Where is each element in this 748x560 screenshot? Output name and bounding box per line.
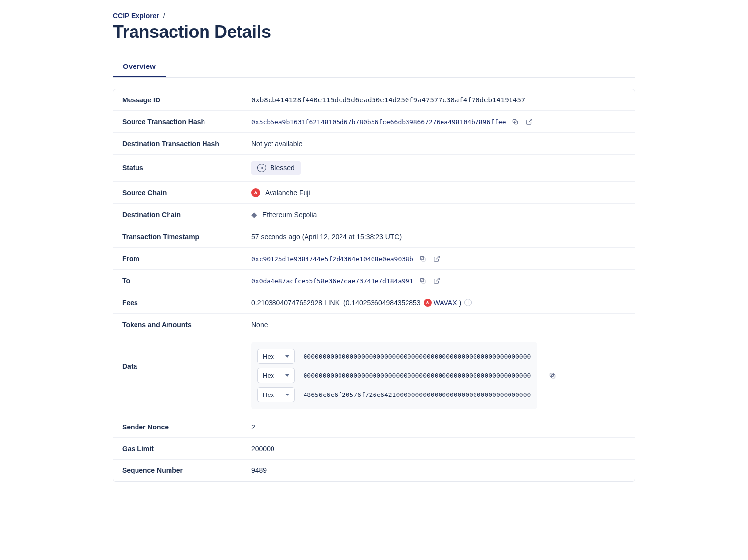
label-source-chain: Source Chain xyxy=(122,189,251,197)
info-icon[interactable]: i xyxy=(464,299,472,306)
copy-icon[interactable] xyxy=(511,117,520,126)
data-format-select[interactable]: Hex xyxy=(257,349,295,364)
data-line-2: Hex 48656c6c6f20576f726c6421000000000000… xyxy=(257,385,531,404)
value-tokens: None xyxy=(251,321,626,329)
copy-icon[interactable] xyxy=(418,276,427,285)
svg-line-5 xyxy=(436,256,439,259)
row-source-chain: Source Chain Avalanche Fuji xyxy=(113,182,635,204)
breadcrumb-root-link[interactable]: CCIP Explorer xyxy=(113,12,159,20)
dest-chain-name: Ethereum Sepolia xyxy=(262,211,317,219)
data-panel: Hex 000000000000000000000000000000000000… xyxy=(251,342,537,409)
row-tokens: Tokens and Amounts None xyxy=(113,314,635,335)
value-message-id: 0xb8cb414128f440e115dcd5d6ead50e14d250f9… xyxy=(251,96,626,104)
value-gas-limit: 200000 xyxy=(251,445,626,453)
row-dest-chain: Destination Chain ◆ Ethereum Sepolia xyxy=(113,204,635,226)
from-address-link[interactable]: 0xc90125d1e9384744e5f2d4364e10408e0ea903… xyxy=(251,255,413,263)
row-message-id: Message ID 0xb8cb414128f440e115dcd5d6ead… xyxy=(113,89,635,111)
breadcrumb-separator: / xyxy=(163,12,165,20)
ethereum-icon: ◆ xyxy=(251,210,257,219)
copy-icon[interactable] xyxy=(418,254,427,263)
data-line-1: Hex 000000000000000000000000000000000000… xyxy=(257,366,531,385)
source-chain-name: Avalanche Fuji xyxy=(265,189,310,197)
row-fees: Fees 0.21038040747652928 LINK (0.1402536… xyxy=(113,292,635,314)
chevron-down-icon xyxy=(285,394,289,396)
row-seq-no: Sequence Number 9489 xyxy=(113,460,635,481)
transaction-details-card: Message ID 0xb8cb414128f440e115dcd5d6ead… xyxy=(113,89,635,482)
label-fees: Fees xyxy=(122,299,251,307)
label-timestamp: Transaction Timestamp xyxy=(122,233,251,241)
value-sender-nonce: 2 xyxy=(251,423,626,431)
page-title: Transaction Details xyxy=(113,22,635,42)
svg-line-2 xyxy=(528,119,531,122)
row-source-tx: Source Transaction Hash 0x5cb5ea9b1631f6… xyxy=(113,111,635,133)
row-status: Status ılı Blessed xyxy=(113,155,635,182)
svg-line-8 xyxy=(436,278,439,281)
data-format-select[interactable]: Hex xyxy=(257,368,295,383)
label-data: Data xyxy=(122,342,251,370)
row-data: Data Hex 0000000000000000000000000000000… xyxy=(113,335,635,416)
fees-alt-prefix: (0.140253604984352853 xyxy=(343,299,421,307)
avalanche-icon xyxy=(251,188,260,197)
status-badge: ılı Blessed xyxy=(251,161,301,175)
tabs: Overview xyxy=(113,56,635,78)
external-link-icon[interactable] xyxy=(432,254,441,263)
tab-overview[interactable]: Overview xyxy=(113,56,166,77)
label-gas-limit: Gas Limit xyxy=(122,445,251,453)
label-source-tx: Source Transaction Hash xyxy=(122,118,251,126)
label-status: Status xyxy=(122,164,251,172)
wavax-token-link[interactable]: WAVAX xyxy=(434,299,457,307)
source-tx-hash-link[interactable]: 0x5cb5ea9b1631f62148105d67b780b56fce66db… xyxy=(251,118,506,126)
to-address-link[interactable]: 0x0da4e87acfce55f58e36e7cae73741e7d184a9… xyxy=(251,277,413,285)
label-seq-no: Sequence Number xyxy=(122,466,251,474)
label-to: To xyxy=(122,277,251,285)
data-hex-0: 0000000000000000000000000000000000000000… xyxy=(304,353,531,360)
label-sender-nonce: Sender Nonce xyxy=(122,423,251,431)
label-from: From xyxy=(122,255,251,263)
external-link-icon[interactable] xyxy=(525,117,534,126)
row-from: From 0xc90125d1e9384744e5f2d4364e10408e0… xyxy=(113,248,635,270)
row-to: To 0x0da4e87acfce55f58e36e7cae73741e7d18… xyxy=(113,270,635,292)
label-message-id: Message ID xyxy=(122,96,251,104)
label-dest-tx: Destination Transaction Hash xyxy=(122,140,251,148)
row-dest-tx: Destination Transaction Hash Not yet ava… xyxy=(113,133,635,155)
breadcrumb: CCIP Explorer / xyxy=(113,12,635,20)
chevron-down-icon xyxy=(285,355,289,358)
row-gas-limit: Gas Limit 200000 xyxy=(113,438,635,460)
label-dest-chain: Destination Chain xyxy=(122,211,251,219)
row-timestamp: Transaction Timestamp 57 seconds ago (Ap… xyxy=(113,226,635,248)
fees-alt-suffix: ) xyxy=(459,299,462,307)
value-dest-tx: Not yet available xyxy=(251,140,626,148)
row-sender-nonce: Sender Nonce 2 xyxy=(113,416,635,438)
value-timestamp: 57 seconds ago (April 12, 2024 at 15:38:… xyxy=(251,233,626,241)
copy-icon[interactable] xyxy=(548,371,557,380)
data-line-0: Hex 000000000000000000000000000000000000… xyxy=(257,347,531,366)
chevron-down-icon xyxy=(285,374,289,377)
label-tokens: Tokens and Amounts xyxy=(122,321,251,329)
fees-link-amount: 0.21038040747652928 LINK xyxy=(251,299,340,307)
status-text: Blessed xyxy=(270,164,295,172)
data-hex-1: 0000000000000000000000000000000000000000… xyxy=(304,372,531,379)
avalanche-icon xyxy=(424,299,432,307)
data-hex-2: 48656c6c6f20576f726c64210000000000000000… xyxy=(304,391,531,398)
blessed-icon: ılı xyxy=(257,164,266,172)
data-format-select[interactable]: Hex xyxy=(257,387,295,402)
value-seq-no: 9489 xyxy=(251,466,626,474)
external-link-icon[interactable] xyxy=(432,276,441,285)
